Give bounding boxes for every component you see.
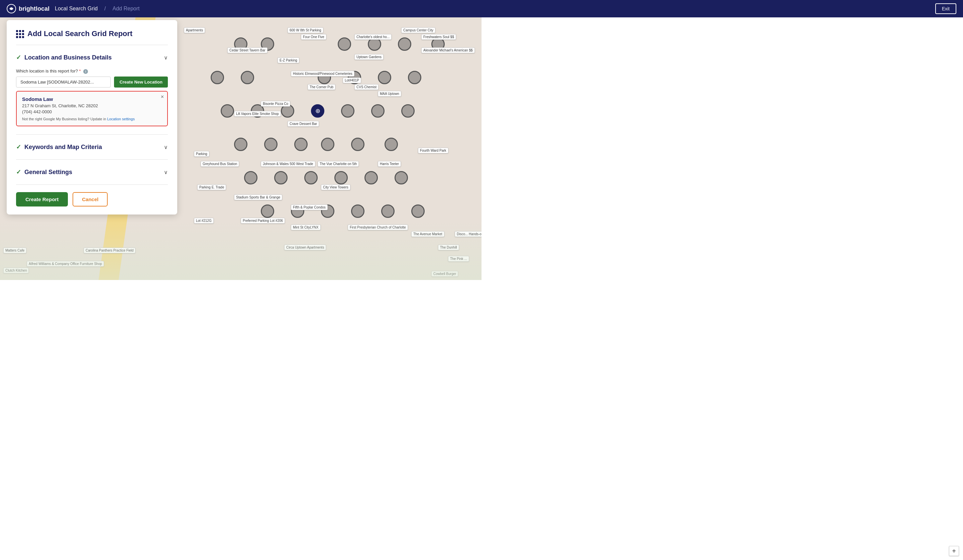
map-label: Apartments	[184, 28, 205, 33]
map-label: Cedar Street Tavern Bar	[227, 47, 268, 53]
map-label: Four One Five	[301, 34, 326, 40]
map-circle	[244, 171, 258, 185]
map-label: CVS Chemist	[355, 84, 378, 90]
map-circle	[394, 171, 408, 185]
nav-section: Local Search Grid	[55, 6, 98, 12]
map-circle	[378, 71, 391, 84]
map-label: Harris Teeter	[378, 161, 401, 167]
keywords-chevron-icon: ∨	[164, 144, 168, 151]
map-circle	[351, 204, 365, 218]
map-label: 600 W 8th St Parking	[287, 28, 323, 33]
map-label: Lot#401P	[343, 78, 361, 83]
map-label: Campus Center City	[401, 28, 435, 33]
create-report-button[interactable]: Create Report	[16, 192, 68, 207]
map-circle	[221, 104, 234, 118]
keywords-section-header[interactable]: ✓ Keywords and Map Criteria ∨	[16, 140, 168, 154]
map-circle	[371, 104, 384, 118]
map-label: Charlotte's oldest ho...	[355, 34, 392, 40]
map-label: Fifth & Poplar Condos	[291, 204, 328, 210]
cancel-button[interactable]: Cancel	[73, 192, 108, 207]
divider-3	[16, 159, 168, 160]
location-field-label: Which location is this report for? * i	[16, 68, 168, 74]
logo-text: brightlocal	[19, 5, 50, 12]
settings-section-header[interactable]: ✓ General Settings ∨	[16, 165, 168, 179]
location-info-card: × Sodoma Law 217 N Graham St, Charlotte,…	[16, 91, 168, 126]
panel-title-row: Add Local Search Grid Report	[16, 29, 168, 38]
map-label: Stadium Sports Bar & Grange	[234, 194, 282, 200]
check-icon-3: ✓	[16, 168, 21, 176]
app-header: brightlocal Local Search Grid / Add Repo…	[0, 0, 481, 17]
map-circle	[401, 104, 415, 118]
map-label: Historic Elmwood/Pinewood Cemeteries	[291, 71, 355, 76]
map-label: The Corner Pub	[308, 84, 336, 90]
business-name: Sodoma Law	[22, 96, 162, 102]
map-label: Lot #212G	[194, 218, 214, 223]
brightlocal-logo-icon	[7, 4, 16, 13]
map-circle	[338, 37, 351, 51]
map-label: Bisonte Pizza Co	[261, 101, 290, 107]
action-row: Create Report Cancel	[16, 192, 168, 207]
map-circle	[274, 171, 287, 185]
grid-icon	[16, 30, 23, 37]
map-circle	[334, 171, 348, 185]
map-circle	[398, 37, 411, 51]
map-circle	[261, 204, 274, 218]
map-circle	[341, 104, 355, 118]
map-circle	[365, 171, 378, 185]
divider	[16, 45, 168, 45]
info-icon: i	[83, 69, 88, 74]
map-label: Mint St CityLYNX	[291, 225, 321, 230]
divider-2	[16, 134, 168, 135]
map-circle	[241, 71, 254, 84]
map-label: The Pink ...	[448, 256, 469, 262]
map-circle	[408, 71, 421, 84]
map-circle	[411, 204, 425, 218]
logo: brightlocal	[7, 4, 50, 13]
location-row: Sodoma Law [SODOMALAW-28202... Create Ne…	[16, 76, 168, 87]
info-card-close-button[interactable]: ×	[161, 94, 164, 100]
map-label: The Avenue Market	[411, 231, 444, 237]
nav-separator: /	[104, 6, 105, 12]
business-note: Not the right Google My Business listing…	[22, 117, 162, 121]
map-label: Parking	[194, 151, 209, 157]
map-label: The Vue Charlotte on 5th	[318, 161, 359, 167]
map-label: Clutch Kitchen	[3, 268, 29, 274]
settings-section-title: General Settings	[24, 169, 72, 176]
required-marker: *	[79, 68, 81, 73]
map-circle	[211, 71, 224, 84]
business-address: 217 N Graham St, Charlotte, NC 28202	[22, 103, 162, 108]
map-label: Preferred Parking Lot #206	[241, 218, 285, 223]
settings-chevron-icon: ∨	[164, 169, 168, 175]
map-label: Freshwaters Soul $$	[421, 34, 456, 40]
map-label: Fourth Ward Park	[418, 148, 448, 153]
map-label: Alexander Michael's American $$	[421, 47, 475, 53]
map-label: Cowbell Burger	[431, 271, 458, 277]
location-section-header[interactable]: ✓ Location and Business Details ∨	[16, 50, 168, 65]
map-label: Circa Uptown Apartments	[284, 244, 326, 250]
map-circle	[234, 138, 248, 151]
map-label: Alfred Williams & Company Office Furnitu…	[27, 261, 104, 267]
map-label-matters-cafe: Matters Cafe	[3, 248, 26, 253]
map-label-carolina-panthers: Carolina Panthers Practice Field	[84, 248, 135, 253]
map-label: City View Towers	[321, 185, 350, 190]
map-circle	[264, 138, 277, 151]
nav-page: Add Report	[113, 6, 140, 12]
check-icon-2: ✓	[16, 143, 21, 151]
location-chevron-icon: ∨	[164, 55, 168, 61]
divider-4	[16, 185, 168, 185]
map-label: Uptown Gardens	[355, 54, 384, 60]
map-label: Johnson & Wales 500 West Trade	[261, 161, 315, 167]
check-icon: ✓	[16, 54, 21, 61]
location-section-title: Location and Business Details	[24, 54, 112, 61]
location-select[interactable]: Sodoma Law [SODOMALAW-28202...	[16, 76, 111, 87]
map-circle	[304, 171, 318, 185]
map-circle-active: ⊕	[311, 104, 324, 118]
map-label: First Presbyterian Church of Charlotte	[348, 225, 408, 230]
create-new-location-button[interactable]: Create New Location	[114, 76, 168, 87]
location-settings-link[interactable]: Location settings	[107, 117, 135, 121]
business-phone: (704) 442-0000	[22, 109, 162, 114]
keywords-section-title: Keywords and Map Criteria	[24, 144, 102, 151]
map-label: Greyhound Bus Station	[201, 161, 239, 167]
map-label: E-Z Parking	[277, 57, 299, 63]
add-report-panel: Add Local Search Grid Report ✓ Location …	[7, 20, 177, 215]
